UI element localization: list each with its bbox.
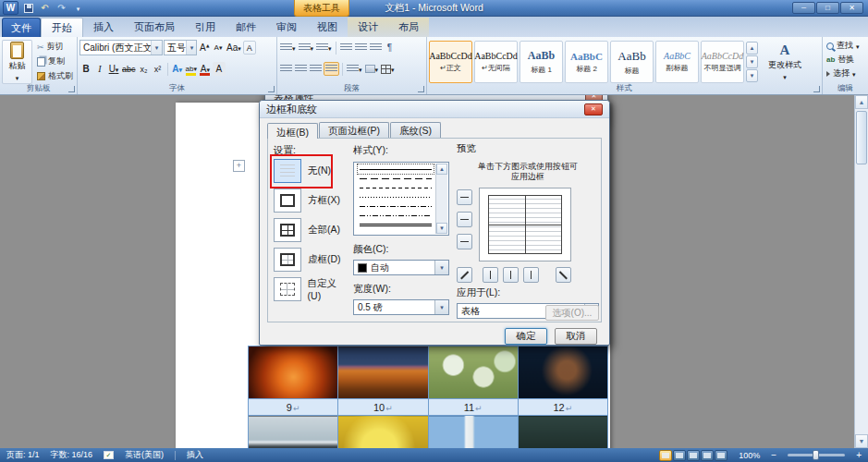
bold-button[interactable]: B [79,62,92,76]
photo-jellyfish[interactable] [518,346,607,399]
cut-button[interactable]: 剪切 [35,40,75,54]
style-normal[interactable]: AaBbCcDd ↵正文 [429,41,472,83]
subscript-button[interactable]: x₂ [138,62,151,76]
table-cell-number[interactable]: 12↵ [518,399,607,416]
tab-view[interactable]: 视图 [307,18,348,37]
highlight-button[interactable]: ab [185,62,198,76]
borders-button[interactable] [380,62,396,76]
setting-custom[interactable]: 自定义(U) [274,277,349,301]
gallery-scroll-down-button[interactable]: ▼ [746,55,758,68]
dialog-launcher-icon[interactable] [68,86,75,92]
minimize-button[interactable] [792,2,815,14]
maximize-button[interactable] [816,2,839,14]
word-logo-icon[interactable]: W [3,1,18,15]
font-size-combo[interactable]: 五号 [164,40,197,55]
language-indicator[interactable]: 英语(美国) [125,449,164,461]
paste-button[interactable]: 粘贴 [2,40,32,84]
style-subtle-emphasis[interactable]: AaBbCcDd 不明显强调 [701,41,744,83]
photo-penguins[interactable] [249,416,338,449]
dialog-launcher-icon[interactable] [268,86,275,92]
right-border-button[interactable] [523,267,539,283]
setting-all[interactable]: 全部(A) [274,218,340,242]
format-painter-button[interactable]: 格式刷 [35,69,75,83]
style-heading2[interactable]: AaBbC 标题 2 [565,41,608,83]
photo-koala[interactable] [518,416,607,449]
view-web-layout-button[interactable] [687,450,700,461]
photo-lighthouse[interactable] [428,416,518,449]
table-cell-number[interactable]: 11↵ [428,399,518,416]
change-case-button[interactable]: Aa [226,41,242,55]
replace-button[interactable]: ab 替换 [825,53,866,67]
tab-mailings[interactable]: 邮件 [226,18,266,37]
numbering-button[interactable] [298,41,315,55]
line-style-option[interactable] [358,164,434,174]
line-style-option[interactable] [358,211,434,220]
font-color-button[interactable]: A [199,62,212,76]
tab-table-layout[interactable]: 布局 [388,18,429,37]
dialog-close-button[interactable] [584,103,603,116]
line-spacing-button[interactable] [346,62,363,76]
tab-page-border[interactable]: 页面边框(P) [319,122,389,138]
decrease-indent-button[interactable] [339,41,353,55]
font-name-combo[interactable]: Calibri (西文正文) [79,40,163,55]
zoom-slider[interactable] [788,454,845,456]
photo-hydrangeas[interactable] [428,346,518,399]
close-button[interactable] [840,2,863,14]
line-style-option[interactable] [358,183,434,192]
style-heading1[interactable]: AaBb 标题 1 [520,41,563,83]
diagonal-up-border-button[interactable] [556,267,571,283]
word-count[interactable]: 字数: 16/16 [51,449,93,461]
tab-shading[interactable]: 底纹(S) [390,122,441,138]
table-move-handle[interactable] [233,160,245,172]
change-styles-button[interactable]: A 更改样式 [760,40,810,84]
view-draft-button[interactable] [715,450,727,461]
table-cell-number[interactable]: 10↵ [338,399,428,416]
bullets-button[interactable] [279,41,297,55]
tab-table-design[interactable]: 设计 [348,18,388,37]
select-button[interactable]: 选择 [825,67,866,80]
tab-home[interactable]: 开始 [41,18,83,37]
align-left-button[interactable] [279,62,293,76]
zoom-in-button[interactable]: + [856,450,862,460]
style-no-spacing[interactable]: AaBbCcDd ↵无间隔 [474,41,518,83]
align-center-button[interactable] [294,62,308,76]
photo-tulips[interactable] [338,416,428,449]
scroll-up-button[interactable] [855,95,868,109]
left-border-button[interactable] [483,267,498,283]
undo-button[interactable] [38,2,52,15]
view-outline-button[interactable] [701,450,714,461]
tab-page-layout[interactable]: 页面布局 [124,18,185,37]
width-dropdown[interactable]: 0.5 磅 [353,299,449,315]
tab-insert[interactable]: 插入 [83,18,124,37]
line-style-listbox[interactable]: ▲ ▼ [353,162,449,236]
scroll-down-button[interactable]: ▼ [436,223,447,234]
dialog-title-bar[interactable]: 边框和底纹 [260,101,609,118]
setting-box[interactable]: 方框(X) [274,188,340,213]
show-marks-button[interactable] [384,41,397,55]
tab-borders[interactable]: 边框(B) [267,123,318,139]
inside-vertical-border-button[interactable] [503,267,519,283]
shrink-font-button[interactable]: A [212,41,225,55]
style-subtitle[interactable]: AaBbC 副标题 [655,41,699,83]
superscript-button[interactable]: x² [152,62,165,76]
style-title[interactable]: AaBb 标题 [610,41,654,83]
line-style-option[interactable] [358,220,434,229]
gallery-expand-button[interactable]: ▼ [746,69,758,82]
zoom-level[interactable]: 100% [739,451,760,460]
tab-file[interactable]: 文件 [2,18,41,37]
char-shading-button[interactable]: A [213,62,226,76]
line-style-option[interactable] [358,192,434,201]
photo-desert[interactable] [338,346,428,399]
setting-grid[interactable]: 虚框(D) [274,248,341,272]
zoom-out-button[interactable]: − [771,450,776,460]
find-button[interactable]: 查找 [825,39,866,53]
listbox-scrollbar[interactable]: ▲ ▼ [435,164,447,234]
table-cell-number[interactable]: 9↵ [249,399,338,416]
scroll-down-button[interactable] [855,434,868,448]
sort-button[interactable] [369,41,383,55]
ok-button[interactable]: 确定 [505,328,547,345]
italic-button[interactable]: I [93,62,106,76]
cancel-button[interactable]: 取消 [555,328,597,345]
bottom-border-button[interactable] [457,234,472,249]
diagonal-down-border-button[interactable] [457,267,472,283]
